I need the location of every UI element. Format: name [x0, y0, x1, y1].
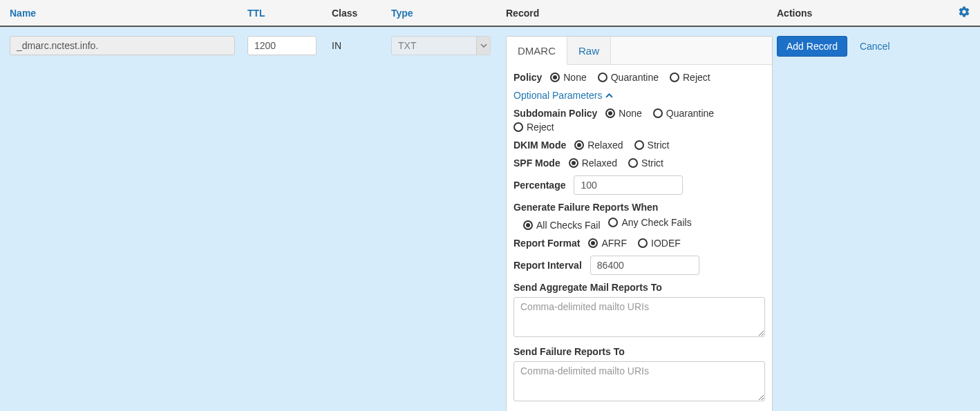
subdomain-reject-radio[interactable]: Reject: [513, 122, 554, 133]
aggregate-reports-input[interactable]: [513, 297, 765, 337]
add-record-button[interactable]: Add Record: [777, 36, 847, 57]
subdomain-none-radio[interactable]: None: [605, 108, 641, 119]
spf-mode-label: SPF Mode: [513, 157, 560, 169]
subdomain-policy-label: Subdomain Policy: [513, 108, 597, 119]
name-input[interactable]: [10, 36, 235, 55]
record-tabs: DMARC Raw: [507, 37, 772, 65]
tab-raw[interactable]: Raw: [567, 37, 611, 64]
aggregate-label: Send Aggregate Mail Reports To: [513, 282, 762, 293]
dkim-relaxed-radio[interactable]: Relaxed: [574, 140, 623, 151]
policy-row: Policy None Quarantine Reject: [513, 72, 765, 83]
col-header-type[interactable]: Type: [391, 8, 506, 19]
spf-relaxed-radio[interactable]: Relaxed: [569, 157, 617, 169]
table-header: Name TTL Class Type Record Actions: [0, 0, 980, 27]
tab-dmarc[interactable]: DMARC: [507, 37, 567, 65]
any-check-fails-radio[interactable]: Any Check Fails: [608, 217, 691, 228]
spf-strict-radio[interactable]: Strict: [628, 157, 663, 169]
col-header-actions: Actions: [777, 8, 950, 19]
failure-reports-to-row: Send Failure Reports To: [513, 346, 765, 403]
optional-parameters-toggle[interactable]: Optional Parameters: [513, 90, 613, 101]
percentage-input[interactable]: [574, 175, 683, 195]
failure-to-label: Send Failure Reports To: [513, 346, 762, 357]
class-value: IN: [332, 36, 391, 51]
ttl-input[interactable]: [247, 36, 317, 55]
afrf-radio[interactable]: AFRF: [588, 238, 627, 249]
chevron-up-icon: [605, 92, 613, 99]
report-interval-input[interactable]: [590, 256, 699, 275]
spf-mode-row: SPF Mode Relaxed Strict: [513, 157, 765, 169]
subdomain-policy-row: Subdomain Policy None Quarantine Reject: [513, 108, 765, 133]
col-header-record: Record: [506, 8, 777, 19]
iodef-radio[interactable]: IODEF: [638, 238, 681, 249]
record-row: IN TXT DMARC Raw Policy None Quarantine …: [0, 27, 980, 411]
failure-reports-label: Generate Failure Reports When: [513, 202, 658, 213]
record-panel: DMARC Raw Policy None Quarantine Reject …: [506, 36, 773, 411]
report-interval-label: Report Interval: [513, 260, 582, 271]
policy-reject-radio[interactable]: Reject: [670, 72, 710, 83]
percentage-row: Percentage: [513, 175, 765, 195]
failure-reports-row: Generate Failure Reports When All Checks…: [513, 202, 765, 231]
report-format-row: Report Format AFRF IODEF: [513, 238, 765, 249]
percentage-label: Percentage: [513, 180, 565, 191]
type-select[interactable]: TXT: [391, 36, 491, 55]
policy-none-radio[interactable]: None: [550, 72, 586, 83]
policy-quarantine-radio[interactable]: Quarantine: [598, 72, 659, 83]
all-checks-fail-radio[interactable]: All Checks Fail: [523, 220, 601, 231]
aggregate-reports-row: Send Aggregate Mail Reports To: [513, 282, 765, 339]
subdomain-quarantine-radio[interactable]: Quarantine: [653, 108, 714, 119]
col-header-class: Class: [332, 8, 391, 19]
col-header-ttl[interactable]: TTL: [247, 8, 332, 19]
report-format-label: Report Format: [513, 238, 580, 249]
col-header-name[interactable]: Name: [10, 8, 247, 19]
dkim-mode-row: DKIM Mode Relaxed Strict: [513, 140, 765, 151]
policy-label: Policy: [513, 72, 542, 83]
failure-reports-input[interactable]: [513, 361, 765, 401]
report-interval-row: Report Interval: [513, 256, 765, 275]
cancel-button[interactable]: Cancel: [860, 41, 890, 52]
dkim-strict-radio[interactable]: Strict: [634, 140, 670, 151]
gear-icon[interactable]: [950, 6, 970, 20]
dkim-mode-label: DKIM Mode: [513, 140, 566, 151]
